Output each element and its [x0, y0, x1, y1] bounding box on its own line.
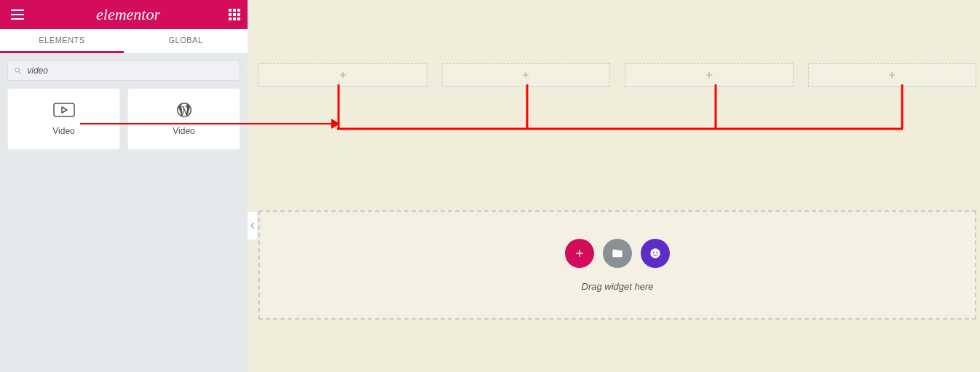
grid-apps-icon[interactable]	[229, 9, 240, 20]
video-play-icon	[53, 103, 75, 117]
search-box[interactable]	[7, 60, 240, 81]
column-slot[interactable]	[625, 63, 794, 87]
svg-rect-0	[54, 103, 74, 116]
section-columns-row	[258, 63, 976, 87]
widget-video-wp[interactable]: Video	[127, 88, 240, 150]
search-icon	[14, 66, 23, 76]
column-slot[interactable]	[808, 63, 977, 87]
plus-icon	[704, 70, 714, 80]
editor-canvas: Drag widget here	[248, 0, 980, 372]
plus-icon	[887, 70, 897, 80]
tab-global[interactable]: GLOBAL	[124, 29, 248, 53]
add-section-button[interactable]	[565, 239, 594, 268]
sidebar-header: elementor	[0, 0, 248, 29]
column-slot[interactable]	[258, 63, 427, 87]
plus-icon	[338, 70, 348, 80]
widget-label: Video	[173, 126, 194, 136]
panel-tabs: ELEMENTS GLOBAL	[0, 29, 248, 53]
hamburger-icon[interactable]	[7, 6, 28, 23]
add-template-button[interactable]	[603, 239, 632, 268]
tab-elements[interactable]: ELEMENTS	[0, 29, 124, 53]
svg-point-2	[653, 251, 655, 253]
elementor-logo: elementor	[96, 5, 160, 24]
sidebar-panel: elementor ELEMENTS GLOBAL Video	[0, 0, 248, 372]
svg-point-1	[650, 248, 660, 258]
face-icon	[649, 248, 661, 259]
widget-label: Video	[52, 126, 74, 136]
search-input[interactable]	[27, 66, 234, 76]
folder-icon	[612, 248, 623, 259]
wordpress-icon	[173, 103, 195, 117]
widget-video[interactable]: Video	[7, 88, 120, 150]
add-section-actions	[565, 239, 670, 268]
add-ai-button[interactable]	[641, 239, 670, 268]
plus-icon	[521, 70, 531, 80]
plus-icon	[574, 248, 585, 259]
add-new-section[interactable]: Drag widget here	[258, 210, 976, 320]
svg-point-3	[656, 251, 657, 253]
column-slot[interactable]	[442, 63, 611, 87]
drag-hint-text: Drag widget here	[582, 281, 654, 292]
